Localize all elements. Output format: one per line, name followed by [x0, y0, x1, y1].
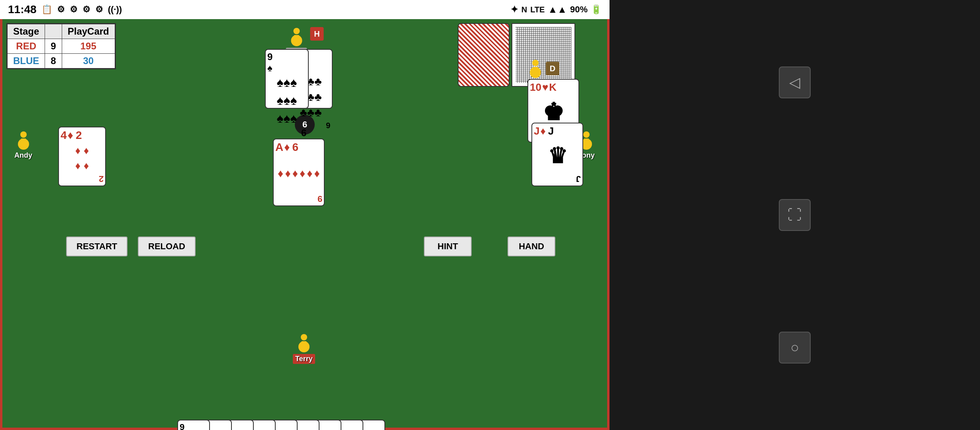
stage-header: Stage: [8, 24, 45, 39]
blue-team-label: BLUE: [8, 54, 45, 68]
home-button[interactable]: ○: [779, 332, 811, 364]
left-card2-value: 2: [76, 129, 82, 142]
jack-character: ♛: [548, 143, 567, 168]
phone-screen: 11:48 📋 ⚙ ⚙ ⚙ ⚙ ((·)) ✦ N LTE ▲▲ 90% 🔋 S…: [0, 0, 610, 430]
top-player-badge: H: [310, 27, 324, 41]
red-stage-value: 9: [45, 39, 62, 54]
svg-rect-14: [302, 341, 306, 345]
empty-header: [45, 24, 62, 39]
top-card1-bottom: 9: [301, 127, 306, 138]
score-table: Stage PlayCard RED 9 195 BLUE 8 30: [6, 23, 116, 69]
center-card1-value: A: [275, 141, 283, 154]
svg-rect-11: [584, 139, 589, 143]
top-card2-bottom: 6: [326, 121, 330, 130]
back-button[interactable]: ◁: [779, 66, 811, 98]
reload-button[interactable]: RELOAD: [138, 236, 196, 256]
blue-stage-value: 8: [45, 54, 62, 68]
svg-point-9: [583, 131, 590, 138]
svg-rect-2: [294, 35, 299, 39]
player-bottom: Terry: [293, 333, 315, 364]
king-character: ♚: [543, 98, 564, 126]
svg-point-6: [532, 60, 539, 66]
svg-point-0: [293, 28, 300, 34]
hint-button[interactable]: HINT: [424, 236, 472, 256]
hand-card-1[interactable]: 9 ♣ ♣♣♣♣♣♣♣♣♣: [177, 420, 210, 430]
svg-point-12: [301, 334, 307, 340]
left-card1-suit: ♦: [68, 129, 73, 142]
center-card2-value: 6: [292, 141, 299, 154]
right-card1-value: 10: [530, 81, 541, 94]
center-card1-suit: ♦: [284, 141, 290, 154]
svg-rect-5: [21, 139, 26, 143]
right-card1-suit: ♥: [542, 81, 548, 94]
left-player-avatar: [15, 131, 32, 150]
status-right: ✦ N LTE ▲▲ 90% 🔋: [510, 4, 602, 15]
top-card1-value: 9: [267, 51, 306, 63]
bottom-player-avatar: [295, 333, 313, 352]
left-player-name: Andy: [14, 151, 32, 160]
chrome-icon-4: ⚙: [95, 4, 103, 15]
right-player-avatar: [527, 59, 544, 78]
nfc-icon: N: [521, 5, 527, 14]
card-back[interactable]: [458, 23, 510, 87]
data-icon: LTE: [530, 5, 545, 14]
blue-playcard-value: 30: [62, 54, 115, 68]
player-right: D: [527, 59, 559, 80]
red-team-label: RED: [8, 39, 45, 54]
battery-percent: 90%: [570, 4, 588, 15]
screenshot-icon: 📋: [41, 4, 52, 15]
bottom-player-name: Terry: [293, 354, 315, 364]
right-sidebar: ◁ ⛶ ○: [610, 0, 980, 430]
top-card1-suit: ♠: [267, 63, 306, 74]
time-display: 11:48: [8, 3, 37, 16]
home-icon: ○: [790, 339, 799, 356]
left-card-bottom: 2: [99, 174, 104, 184]
chrome-icon-1: ⚙: [57, 4, 65, 15]
left-card1-value: 4: [61, 129, 67, 142]
restart-button[interactable]: RESTART: [66, 236, 127, 256]
hand-button[interactable]: HAND: [508, 236, 555, 256]
chrome-icon-2: ⚙: [70, 4, 78, 15]
svg-point-3: [20, 131, 27, 138]
back-icon: ◁: [789, 74, 800, 91]
battery-icon: 🔋: [591, 4, 602, 15]
status-bar: 11:48 📋 ⚙ ⚙ ⚙ ⚙ ((·)) ✦ N LTE ▲▲ 90% 🔋: [0, 0, 610, 19]
fullscreen-button[interactable]: ⛶: [779, 199, 811, 231]
right-player-badge: D: [546, 62, 559, 75]
red-playcard-value: 195: [62, 39, 115, 54]
fullscreen-icon: ⛶: [788, 207, 802, 223]
center-card-bottom: 9: [318, 194, 322, 204]
playcard-header: PlayCard: [62, 24, 115, 39]
signal-icon: ((·)): [108, 4, 122, 15]
bluetooth-icon: ✦: [510, 4, 518, 15]
player-left: Andy: [14, 131, 32, 160]
top-player-avatar: [288, 27, 305, 46]
svg-rect-8: [533, 67, 538, 71]
chrome-icon-3: ⚙: [82, 4, 90, 15]
game-area: Stage PlayCard RED 9 195 BLUE 8 30: [0, 19, 610, 430]
status-left: 11:48 📋 ⚙ ⚙ ⚙ ⚙ ((·)): [8, 3, 122, 16]
right-card2-value: K: [549, 81, 557, 94]
signal-bars-icon: ▲▲: [548, 4, 567, 15]
